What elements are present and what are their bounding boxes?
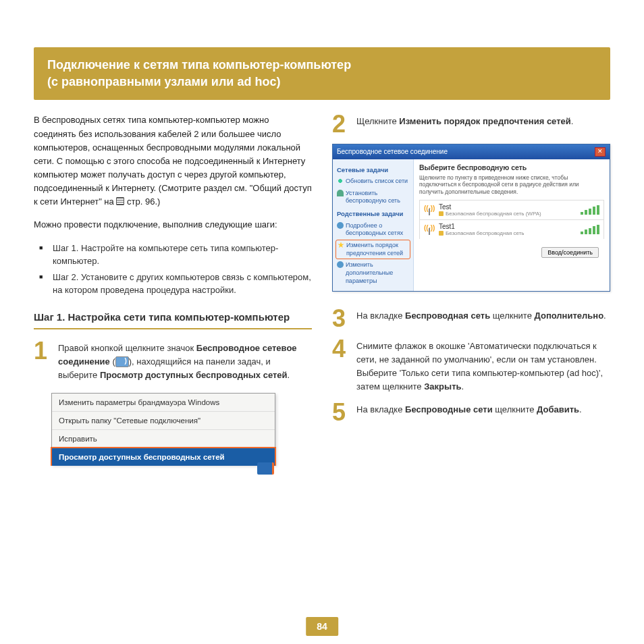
banner-line-2: (с равноправными узлами или ad hoc) <box>47 74 597 90</box>
step-number-3: 3 <box>332 308 351 329</box>
step-1: 1 Правой кнопкой щелкните значок Беспров… <box>34 340 312 382</box>
close-icon[interactable]: ✕ <box>595 147 606 157</box>
network-name: Test <box>439 203 576 211</box>
signal-bars-icon <box>581 205 599 215</box>
dialog-main-subtext: Щелкните по пункту в приведенном ниже сп… <box>419 174 604 196</box>
step-4-text: Снимите флажок в окошке 'Автоматически п… <box>356 338 610 394</box>
lock-icon <box>439 211 444 216</box>
steps-list: Шаг 1. Настройте на компьютере сеть типа… <box>34 242 312 297</box>
network-security: Безопасная беспроводная сеть <box>446 230 524 236</box>
signal-bars-icon <box>581 225 599 234</box>
intro-text: В беспроводных сетях типа компьютер-комп… <box>34 115 312 207</box>
page-ref-icon <box>116 197 124 205</box>
menu-item[interactable]: Открыть папку "Сетевые подключения" <box>52 412 275 430</box>
tray-icon-row <box>34 462 274 477</box>
step-number-2: 2 <box>332 113 351 135</box>
right-column: 2 Щелкните Изменить порядок предпочтения… <box>332 113 610 477</box>
network-security: Безопасная беспроводная сеть (WPA) <box>446 211 541 217</box>
antenna-icon: ((⋅)) <box>424 205 435 215</box>
step-number-5: 5 <box>332 402 351 423</box>
network-name: Test1 <box>439 223 576 230</box>
step-4: 4 Снимите флажок в окошке 'Автоматически… <box>332 338 610 394</box>
dialog-footer: Ввод/соединить <box>419 239 604 262</box>
sidebar-link-refresh[interactable]: Обновить список сети <box>337 176 409 188</box>
step-5-text: На вкладке Беспроводные сети щелкните До… <box>356 402 610 417</box>
lock-icon <box>439 231 444 236</box>
step-3: 3 На вкладке Беспроводная сеть щелкните … <box>332 308 610 329</box>
connect-button[interactable]: Ввод/соединить <box>541 247 599 258</box>
list-item: Шаг 2. Установите с других компьютеров с… <box>47 271 312 297</box>
star-icon <box>338 242 344 248</box>
dialog-title: Беспроводное сетевое соединение <box>337 148 448 155</box>
step-2: 2 Щелкните Изменить порядок предпочтения… <box>332 113 610 135</box>
intro-paragraph: В беспроводных сетях типа компьютер-комп… <box>34 113 312 209</box>
left-column: В беспроводных сетях типа компьютер-комп… <box>34 113 312 477</box>
wireless-dialog-screenshot: Беспроводное сетевое соединение ✕ Сетевы… <box>332 144 610 292</box>
step-3-text: На вкладке Беспроводная сеть щелкните До… <box>356 308 610 323</box>
gear-icon <box>337 261 344 268</box>
network-item[interactable]: ((⋅)) Test Безопасная беспроводная сеть … <box>419 200 604 219</box>
sidebar-link-setup[interactable]: Установить беспроводную сеть <box>337 188 409 207</box>
step-5: 5 На вкладке Беспроводные сети щелкните … <box>332 402 610 423</box>
steps-intro: Можно провести подключение, выполнив сле… <box>34 218 312 232</box>
intro-pageref: стр. 96.) <box>127 196 160 207</box>
page-number: 84 <box>306 617 338 636</box>
divider <box>34 328 312 329</box>
antenna-icon: ((⋅)) <box>424 224 435 235</box>
sidebar-header: Родственные задачи <box>337 210 409 218</box>
sidebar-link-about[interactable]: Подробнее о беспроводных сетях <box>337 220 409 240</box>
home-icon <box>337 190 344 196</box>
menu-item[interactable]: Исправить <box>52 430 275 448</box>
banner-line-1: Подключение к сетям типа компьютер-компь… <box>47 57 597 74</box>
context-menu-screenshot: Изменить параметры брандмауэра Windows О… <box>51 393 275 465</box>
dialog-main: Выберите беспроводную сеть Щелкните по п… <box>414 159 610 292</box>
step-1-text: Правой кнопкой щелкните значок Беспровод… <box>58 340 312 382</box>
wireless-tray-icon <box>257 462 274 475</box>
step-number-1: 1 <box>34 340 53 362</box>
dialog-main-heading: Выберите беспроводную сеть <box>419 163 604 171</box>
step-2-text: Щелкните Изменить порядок предпочтения с… <box>356 113 610 128</box>
sidebar-header: Сетевые задачи <box>337 166 409 174</box>
wireless-tray-icon <box>115 356 129 367</box>
menu-item[interactable]: Изменить параметры брандмауэра Windows <box>52 394 275 412</box>
network-item[interactable]: ((⋅)) Test1 Безопасная беспроводная сеть <box>419 219 604 239</box>
sidebar-link-advanced[interactable]: Изменить дополнительные параметры <box>337 259 409 287</box>
info-icon <box>337 222 344 229</box>
section-banner: Подключение к сетям типа компьютер-компь… <box>34 47 610 100</box>
step-number-4: 4 <box>332 338 351 360</box>
dialog-sidebar: Сетевые задачи Обновить список сети Уста… <box>333 159 414 292</box>
sidebar-link-change-order[interactable]: Изменить порядок предпочтения сетей <box>336 240 410 259</box>
refresh-icon <box>337 178 344 184</box>
step1-title: Шаг 1. Настройка сети типа компьютер-ком… <box>34 311 312 324</box>
dialog-titlebar: Беспроводное сетевое соединение ✕ <box>333 144 610 159</box>
list-item: Шаг 1. Настройте на компьютере сеть типа… <box>47 242 312 268</box>
